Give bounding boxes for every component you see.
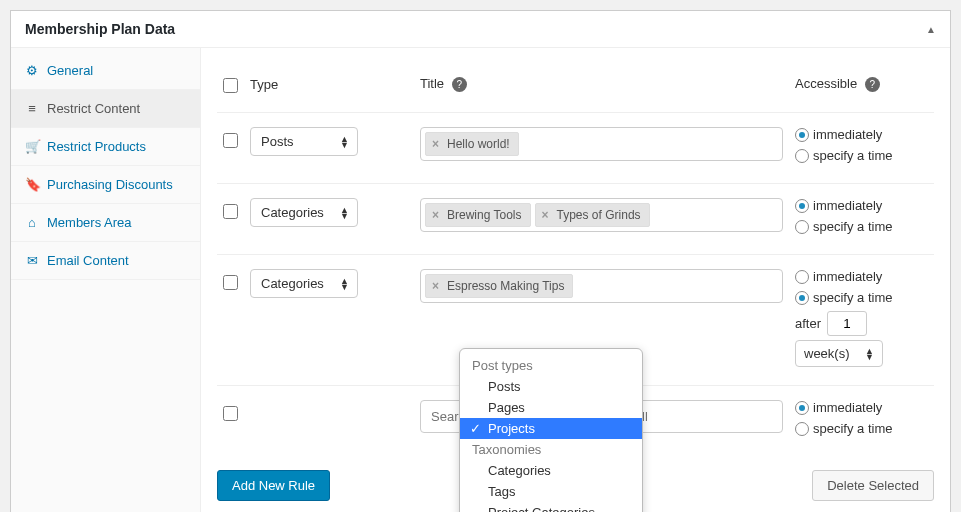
- sidebar-item-label: Email Content: [47, 253, 129, 268]
- dropdown-option[interactable]: Posts: [460, 376, 642, 397]
- sidebar-item-restrict-content[interactable]: ≡ Restrict Content: [11, 90, 200, 128]
- sidebar-item-members-area[interactable]: ⌂ Members Area: [11, 204, 200, 242]
- help-icon[interactable]: ?: [452, 77, 467, 92]
- access-immediately[interactable]: immediately: [795, 198, 928, 213]
- access-specify[interactable]: specify a time: [795, 290, 928, 305]
- list-icon: ≡: [25, 101, 39, 116]
- tag-remove-icon[interactable]: ×: [430, 279, 441, 293]
- type-select[interactable]: Posts ▲▼: [250, 127, 358, 156]
- sidebar-item-label: Restrict Content: [47, 101, 140, 116]
- tag-remove-icon[interactable]: ×: [430, 137, 441, 151]
- sidebar-item-label: General: [47, 63, 93, 78]
- delete-selected-button[interactable]: Delete Selected: [812, 470, 934, 501]
- row-checkbox[interactable]: [223, 133, 238, 148]
- caret-icon: ▲▼: [340, 207, 349, 219]
- sidebar-item-label: Restrict Products: [47, 139, 146, 154]
- tag-remove-icon[interactable]: ×: [430, 208, 441, 222]
- title-tags-input[interactable]: ×Espresso Making Tips: [420, 269, 783, 303]
- wrench-icon: ⚙: [25, 63, 39, 78]
- access-immediately[interactable]: immediately: [795, 400, 928, 415]
- panel-header: Membership Plan Data ▲: [11, 11, 950, 48]
- tag: ×Brewing Tools: [425, 203, 531, 227]
- sidebar-item-general[interactable]: ⚙ General: [11, 52, 200, 90]
- after-unit-select[interactable]: week(s) ▲▼: [795, 340, 883, 367]
- access-specify[interactable]: specify a time: [795, 219, 928, 234]
- tag-remove-icon[interactable]: ×: [540, 208, 551, 222]
- select-all-checkbox[interactable]: [223, 78, 238, 93]
- dropdown-group-label: Taxonomies: [460, 439, 642, 460]
- sidebar-item-label: Purchasing Discounts: [47, 177, 173, 192]
- home-icon: ⌂: [25, 215, 39, 230]
- caret-icon: ▲▼: [865, 348, 874, 360]
- content-area: Type Title ? Accessible ?: [201, 48, 950, 512]
- dropdown-option[interactable]: Categories: [460, 460, 642, 481]
- sidebar: ⚙ General ≡ Restrict Content 🛒 Restrict …: [11, 48, 201, 512]
- caret-icon: ▲▼: [340, 136, 349, 148]
- access-specify[interactable]: specify a time: [795, 148, 928, 163]
- cart-icon: 🛒: [25, 139, 39, 154]
- caret-icon: ▲▼: [340, 278, 349, 290]
- rule-row: Categories ▲▼ ×Brewing Tools ×Types of G…: [217, 184, 934, 255]
- dropdown-option[interactable]: Tags: [460, 481, 642, 502]
- dropdown-option[interactable]: Pages: [460, 397, 642, 418]
- type-dropdown[interactable]: Post types Posts Pages Projects Taxonomi…: [459, 348, 643, 512]
- sidebar-item-label: Members Area: [47, 215, 132, 230]
- membership-panel: Membership Plan Data ▲ ⚙ General ≡ Restr…: [10, 10, 951, 512]
- sidebar-item-purchasing-discounts[interactable]: 🔖 Purchasing Discounts: [11, 166, 200, 204]
- col-accessible: Accessible ?: [789, 62, 934, 113]
- rule-row: Posts ▲▼ ×Hello world! immediately speci…: [217, 113, 934, 184]
- tag: ×Hello world!: [425, 132, 519, 156]
- envelope-icon: ✉: [25, 253, 39, 268]
- type-select[interactable]: Categories ▲▼: [250, 269, 358, 298]
- row-checkbox[interactable]: [223, 406, 238, 421]
- access-specify[interactable]: specify a time: [795, 421, 928, 436]
- dropdown-option[interactable]: Projects: [460, 418, 642, 439]
- access-immediately[interactable]: immediately: [795, 269, 928, 284]
- tag: ×Types of Grinds: [535, 203, 650, 227]
- tag: ×Espresso Making Tips: [425, 274, 573, 298]
- after-value-input[interactable]: [827, 311, 867, 336]
- after-row: after: [795, 311, 928, 336]
- type-select[interactable]: Categories ▲▼: [250, 198, 358, 227]
- col-title: Title ?: [414, 62, 789, 113]
- sidebar-item-email-content[interactable]: ✉ Email Content: [11, 242, 200, 280]
- tag-icon: 🔖: [25, 177, 39, 192]
- title-tags-input[interactable]: ×Hello world!: [420, 127, 783, 161]
- dropdown-option[interactable]: Project Categories: [460, 502, 642, 512]
- row-checkbox[interactable]: [223, 204, 238, 219]
- panel-title: Membership Plan Data: [25, 21, 175, 37]
- sidebar-item-restrict-products[interactable]: 🛒 Restrict Products: [11, 128, 200, 166]
- add-rule-button[interactable]: Add New Rule: [217, 470, 330, 501]
- dropdown-group-label: Post types: [460, 355, 642, 376]
- collapse-toggle[interactable]: ▲: [926, 24, 936, 35]
- help-icon[interactable]: ?: [865, 77, 880, 92]
- access-immediately[interactable]: immediately: [795, 127, 928, 142]
- title-tags-input[interactable]: ×Brewing Tools ×Types of Grinds: [420, 198, 783, 232]
- col-type: Type: [244, 62, 414, 113]
- row-checkbox[interactable]: [223, 275, 238, 290]
